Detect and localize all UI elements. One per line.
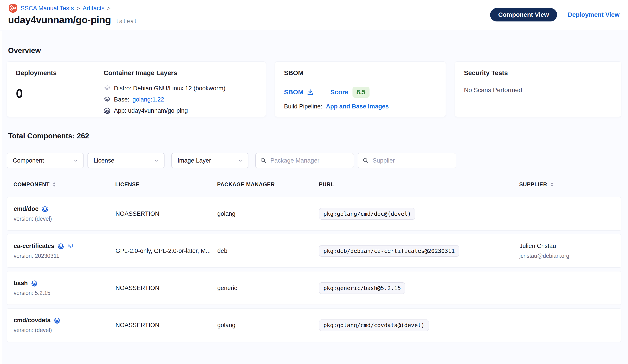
table-row[interactable]: cmd/covdata version: (devel) NOASSERTION… [7, 308, 621, 342]
distro-layer-icon [67, 243, 74, 249]
purl-chip: pkg:generic/bash@5.2.15 [319, 282, 405, 294]
purl-cell: pkg:deb/debian/ca-certificates@20230311 [319, 245, 519, 257]
vertical-divider [322, 87, 322, 98]
breadcrumb-link-ssca-manual-tests[interactable]: SSCA Manual Tests [21, 5, 74, 12]
purl-cell: pkg:golang/cmd/covdata@(devel) [319, 319, 519, 331]
app-layer-icon [104, 107, 111, 114]
download-icon [307, 89, 314, 96]
component-version: version: 5.2.15 [14, 290, 115, 296]
image-layers-block: Container Image Layers Distro: Debian GN… [104, 69, 225, 109]
license-filter-dropdown[interactable]: License [87, 153, 164, 168]
purl-column-header: PURL [319, 181, 519, 187]
deployments-layers-card: Deployments 0 Container Image Layers Dis… [7, 61, 266, 117]
purl-chip: pkg:deb/debian/ca-certificates@20230311 [319, 245, 459, 257]
sbom-card-title: SBOM [284, 69, 437, 77]
breadcrumb-link-artifacts[interactable]: Artifacts [82, 5, 104, 12]
component-cell: cmd/covdata version: (devel) [14, 317, 115, 333]
image-layer-filter-dropdown[interactable]: Image Layer [171, 153, 248, 168]
table-row[interactable]: cmd/doc version: (devel) NOASSERTION gol… [7, 197, 621, 231]
purl-cell: pkg:generic/bash@5.2.15 [319, 282, 519, 294]
purl-header-label: PURL [319, 181, 334, 187]
license-cell: GPL-2.0-only, GPL-2.0-or-later, M... [115, 247, 217, 254]
app-layer-row: App: uday4vunnam/go-ping [104, 107, 225, 114]
component-name: cmd/doc [14, 205, 38, 212]
component-header-label: COMPONENT [13, 181, 49, 187]
license-cell: NOASSERTION [115, 322, 217, 329]
search-icon [260, 157, 267, 164]
component-column-header[interactable]: COMPONENT [13, 181, 115, 187]
package-manager-cell: deb [217, 247, 319, 254]
package-manager-header-label: PACKAGE MANAGER [217, 181, 275, 187]
build-pipeline-label: Build Pipeline: [284, 103, 322, 110]
supplier-name: Julien Cristau [519, 243, 614, 249]
deployment-view-button[interactable]: Deployment View [568, 11, 620, 18]
license-cell: NOASSERTION [115, 210, 217, 217]
component-filter-dropdown[interactable]: Component [7, 153, 84, 168]
component-version: version: (devel) [14, 216, 115, 222]
base-layer-row: Base: golang:1.22 [104, 96, 225, 103]
supplier-header-label: SUPPLIER [519, 181, 547, 187]
sbom-score-badge: 8.5 [352, 87, 370, 98]
sbom-card: SBOM SBOM Score 8.5 Build Pipeline: App … [275, 61, 446, 117]
purl-cell: pkg:golang/cmd/doc@(devel) [319, 208, 519, 220]
package-manager-search [255, 153, 354, 168]
package-manager-cell: golang [217, 210, 319, 217]
overview-heading: Overview [8, 30, 621, 55]
package-manager-search-input[interactable] [270, 157, 349, 164]
purl-chip: pkg:golang/cmd/doc@(devel) [319, 208, 415, 220]
chevron-down-icon [237, 158, 243, 163]
supplier-search-input[interactable] [373, 157, 451, 164]
package-manager-column-header: PACKAGE MANAGER [217, 181, 319, 187]
page-header: SSCA Manual Tests > Artifacts > uday4vun… [0, 0, 628, 30]
component-cell: cmd/doc version: (devel) [14, 205, 115, 222]
supplier-column-header[interactable]: SUPPLIER [519, 181, 615, 187]
license-cell: NOASSERTION [115, 285, 217, 292]
deployments-label: Deployments [16, 69, 104, 77]
chevron-down-icon [154, 158, 159, 163]
sbom-score-label: Score [330, 89, 348, 96]
page-title: uday4vunnam/go-ping [8, 14, 111, 25]
purl-chip: pkg:golang/cmd/covdata@(devel) [319, 319, 429, 331]
package-manager-cell: generic [217, 285, 319, 292]
table-row[interactable]: ca-certificates version: 20230311 GPL-2.… [7, 234, 621, 268]
security-tests-empty-text: No Scans Performed [464, 87, 612, 94]
sbom-download-label: SBOM [284, 89, 304, 96]
build-pipeline-link[interactable]: App and Base Images [326, 103, 389, 110]
component-version: version: 20230311 [14, 253, 115, 259]
security-tests-card: Security Tests No Scans Performed [455, 61, 621, 117]
distro-layer-icon [104, 85, 111, 92]
supplier-cell: Julien Cristau jcristau@debian.org [519, 243, 614, 259]
component-name: bash [14, 280, 28, 287]
chevron-down-icon [73, 158, 78, 163]
search-icon [362, 157, 369, 164]
base-image-link[interactable]: golang:1.22 [133, 96, 164, 103]
deployments-block: Deployments 0 [16, 69, 104, 109]
sort-icon[interactable] [53, 182, 56, 187]
component-view-button[interactable]: Component View [490, 8, 557, 21]
component-name: ca-certificates [14, 243, 54, 249]
ssca-shield-logo-icon [8, 3, 18, 13]
overview-cards: Deployments 0 Container Image Layers Dis… [7, 61, 621, 117]
app-layer-icon [31, 280, 38, 287]
filters-bar: Component License Image Layer [7, 153, 621, 168]
license-column-header: LICENSE [115, 181, 217, 187]
distro-layer-row: Distro: Debian GNU/Linux 12 (bookworm) [104, 85, 225, 92]
license-header-label: LICENSE [115, 181, 140, 187]
view-toggle: Component View Deployment View [490, 8, 620, 21]
security-tests-title: Security Tests [464, 69, 612, 77]
app-layer-icon [54, 317, 60, 324]
sbom-download-button[interactable]: SBOM [284, 89, 314, 96]
license-filter-label: License [93, 157, 114, 164]
app-layer-icon [42, 206, 48, 212]
sort-icon[interactable] [550, 182, 554, 187]
left-gutter [0, 31, 2, 364]
component-version: version: (devel) [14, 327, 115, 333]
app-layer-text: App: uday4vunnam/go-ping [114, 107, 188, 114]
artifact-tag: latest [115, 18, 137, 25]
components-table-header: COMPONENT LICENSE PACKAGE MANAGER PURL S… [7, 179, 621, 190]
supplier-email: jcristau@debian.org [519, 253, 614, 259]
distro-layer-text: Distro: Debian GNU/Linux 12 (bookworm) [114, 85, 225, 92]
table-row[interactable]: bash version: 5.2.15 NOASSERTION generic… [7, 271, 621, 305]
deployments-count: 0 [16, 86, 104, 101]
component-cell: ca-certificates version: 20230311 [14, 243, 115, 259]
